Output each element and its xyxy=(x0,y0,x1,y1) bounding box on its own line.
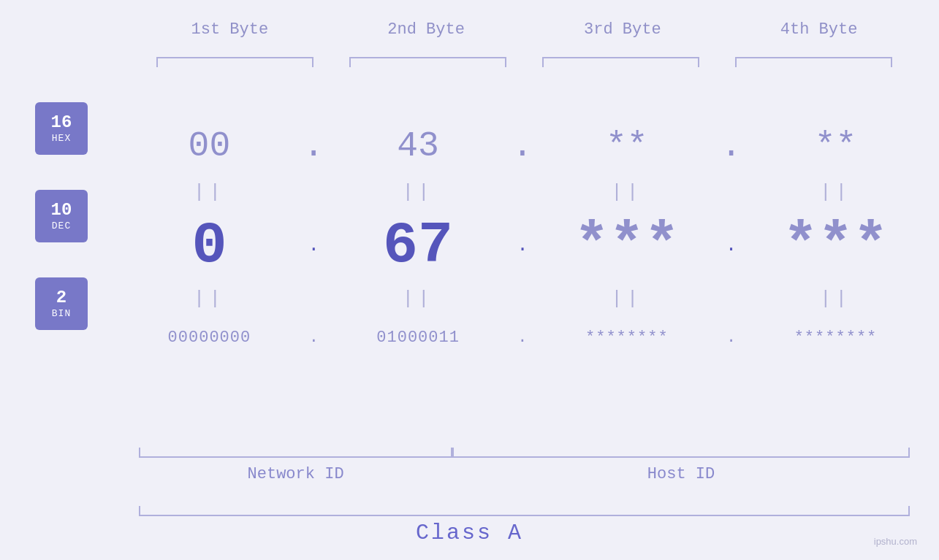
dec-dot-1: . xyxy=(303,234,324,256)
col-header-3: 3rd Byte xyxy=(535,20,710,39)
dec-badge-num: 10 xyxy=(51,201,72,220)
eq-2: || xyxy=(334,181,502,203)
bracket-top-2 xyxy=(349,57,506,67)
bin-dot-1: . xyxy=(303,329,324,347)
dec-byte-4: *** xyxy=(751,212,919,279)
badges-column: 16 HEX 10 DEC 2 BIN xyxy=(35,102,88,330)
network-bracket xyxy=(139,448,452,458)
col-header-1: 1st Byte xyxy=(142,20,317,39)
hex-dot-1: . xyxy=(303,126,324,166)
hex-row: 00 . 43 . ** . ** xyxy=(121,113,924,179)
dec-byte-2: 67 xyxy=(334,212,502,279)
bin-byte-3: ******** xyxy=(543,329,711,347)
col-header-2: 2nd Byte xyxy=(338,20,514,39)
column-headers: 1st Byte 2nd Byte 3rd Byte 4th Byte xyxy=(132,20,917,39)
hex-byte-2: 43 xyxy=(334,126,502,166)
eq2-1: || xyxy=(125,288,293,310)
hex-badge-num: 16 xyxy=(51,113,72,132)
top-brackets xyxy=(139,57,910,67)
eq2-4: || xyxy=(751,288,919,310)
long-bracket-wrap xyxy=(139,506,910,516)
network-id-label: Network ID xyxy=(139,465,452,483)
dec-badge: 10 DEC xyxy=(35,190,88,242)
dec-dot-3: . xyxy=(721,234,742,256)
eq-1: || xyxy=(125,181,293,203)
eq-3: || xyxy=(543,181,711,203)
bracket-top-4 xyxy=(735,57,892,67)
col-header-4: 4th Byte xyxy=(731,20,907,39)
main-grid: 00 . 43 . ** . ** || || || || 0 . 67 . *… xyxy=(121,73,924,363)
bin-badge-label: BIN xyxy=(52,308,71,319)
bottom-brackets xyxy=(139,448,910,458)
bin-badge-num: 2 xyxy=(56,288,66,307)
eq-4: || xyxy=(751,181,919,203)
bin-byte-4: ******** xyxy=(751,329,919,347)
hex-dot-2: . xyxy=(512,126,533,166)
bin-dot-2: . xyxy=(512,329,533,347)
class-bracket xyxy=(139,506,910,516)
watermark: ipshu.com xyxy=(874,536,917,547)
dec-byte-3: *** xyxy=(543,212,711,279)
hex-badge-label: HEX xyxy=(52,133,71,144)
bin-byte-2: 01000011 xyxy=(334,329,502,347)
eq2-3: || xyxy=(543,288,711,310)
host-bracket xyxy=(452,448,910,458)
eq2-2: || xyxy=(334,288,502,310)
bin-badge: 2 BIN xyxy=(35,277,88,330)
hex-dot-3: . xyxy=(721,126,742,166)
dec-badge-label: DEC xyxy=(52,220,71,231)
dec-byte-1: 0 xyxy=(125,212,293,279)
hex-badge: 16 HEX xyxy=(35,102,88,155)
bracket-top-3 xyxy=(542,57,699,67)
hex-byte-1: 00 xyxy=(125,126,293,166)
hex-byte-4: ** xyxy=(751,126,919,166)
id-labels-row: Network ID Host ID xyxy=(139,465,910,483)
host-id-label: Host ID xyxy=(452,465,910,483)
class-label: Class A xyxy=(0,521,939,545)
bin-byte-1: 00000000 xyxy=(125,329,293,347)
eq-row-1: || || || || xyxy=(121,179,924,205)
main-container: 16 HEX 10 DEC 2 BIN 1st Byte 2nd Byte 3r… xyxy=(0,0,939,560)
eq-row-2: || || || || xyxy=(121,285,924,312)
dec-dot-2: . xyxy=(512,234,533,256)
bracket-top-1 xyxy=(156,57,313,67)
bin-dot-3: . xyxy=(721,329,742,347)
dec-row: 0 . 67 . *** . *** xyxy=(121,205,924,285)
hex-byte-3: ** xyxy=(543,126,711,166)
bin-row: 00000000 . 01000011 . ******** . *******… xyxy=(121,312,924,363)
